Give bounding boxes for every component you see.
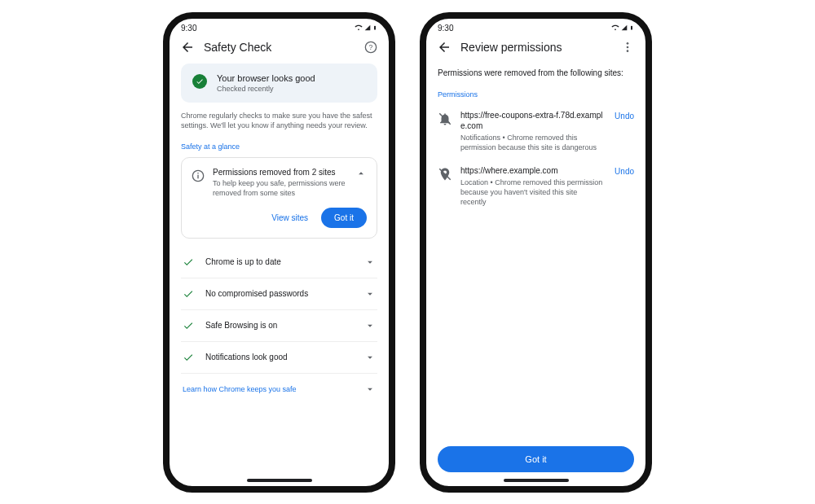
battery-icon [372,24,377,32]
permissions-label: Permissions [438,90,634,99]
check-item-up-to-date[interactable]: Chrome is up to date [181,247,377,278]
check-icon [183,352,194,363]
permission-url: https://where.example.com [460,165,603,176]
svg-point-7 [627,50,629,52]
status-bar: 9:30 [170,19,389,34]
chevron-up-icon[interactable] [355,168,367,179]
page-title: Review permissions [460,41,611,54]
chevron-down-icon [364,320,376,331]
status-icons [611,24,634,32]
app-bar: Safety Check ? [170,34,389,64]
view-sites-button[interactable]: View sites [263,208,316,227]
page-title: Safety Check [204,41,355,54]
check-item-passwords[interactable]: No compromised passwords [181,278,377,309]
permission-url: https://free-coupons-extra-f.78d.example… [460,110,603,131]
signal-icon [364,24,371,32]
perm-card-sub: To help keep you safe, permissions were … [213,178,347,198]
svg-rect-4 [197,173,198,173]
check-label: Notifications look good [205,353,353,362]
banner-subtitle: Checked recently [217,85,315,93]
check-label: Chrome is up to date [205,257,353,266]
phone-safety-check: 9:30 Safety Check ? Your browser [163,12,395,493]
home-indicator [504,479,569,482]
back-icon[interactable] [179,39,196,55]
check-icon [183,256,194,268]
check-circle-icon [192,74,207,89]
svg-text:?: ? [369,43,373,51]
location-off-icon [438,167,452,182]
permission-desc: Notifications • Chrome removed this perm… [460,133,603,152]
phone-review-permissions: 9:30 Review permissions Permissions were… [420,12,652,493]
help-icon[interactable]: ? [363,39,379,55]
home-indicator [247,479,312,482]
status-time: 9:30 [438,24,453,33]
got-it-button[interactable]: Got it [321,208,367,228]
got-it-button[interactable]: Got it [438,446,634,472]
chevron-down-icon [364,288,376,300]
signal-icon [621,24,628,32]
checks-list: Chrome is up to date No compromised pass… [181,247,377,405]
svg-point-5 [627,42,629,45]
status-bar: 9:30 [426,19,645,34]
status-icons [355,24,377,32]
check-item-safe-browsing[interactable]: Safe Browsing is on [181,309,377,341]
permissions-card: Permissions removed from 2 sites To help… [181,157,377,239]
check-icon [183,288,194,300]
more-icon[interactable] [619,39,636,55]
check-icon [183,320,194,331]
app-bar: Review permissions [426,34,645,64]
undo-button[interactable]: Undo [615,167,634,176]
learn-label: Learn how Chrome keeps you safe [183,385,297,393]
wifi-icon [611,24,619,32]
permission-item: https://where.example.com Location • Chr… [438,159,634,213]
banner-title: Your browser looks good [217,73,315,83]
glance-label: Safety at a glance [181,142,377,151]
check-item-notifications[interactable]: Notifications look good [181,341,377,373]
status-banner: Your browser looks good Checked recently [181,64,377,103]
review-subhead: Permissions were removed from the follow… [438,68,634,77]
safety-description: Chrome regularly checks to make sure you… [181,111,377,131]
undo-button[interactable]: Undo [615,112,634,121]
perm-card-title: Permissions removed from 2 sites [213,168,347,177]
chevron-down-icon [364,383,376,395]
status-time: 9:30 [181,24,196,33]
permission-item: https://free-coupons-extra-f.78d.example… [438,103,634,159]
learn-link[interactable]: Learn how Chrome keeps you safe [181,373,377,405]
chevron-down-icon [364,256,376,268]
svg-rect-3 [197,174,198,178]
check-label: Safe Browsing is on [205,321,353,330]
svg-point-6 [627,46,629,48]
chevron-down-icon [364,352,376,363]
back-icon[interactable] [436,39,452,55]
notifications-off-icon [438,112,452,126]
wifi-icon [355,24,363,32]
check-label: No compromised passwords [205,289,353,298]
battery-icon [629,24,634,32]
permission-desc: Location • Chrome removed this permissio… [460,177,603,207]
info-icon [192,169,205,182]
